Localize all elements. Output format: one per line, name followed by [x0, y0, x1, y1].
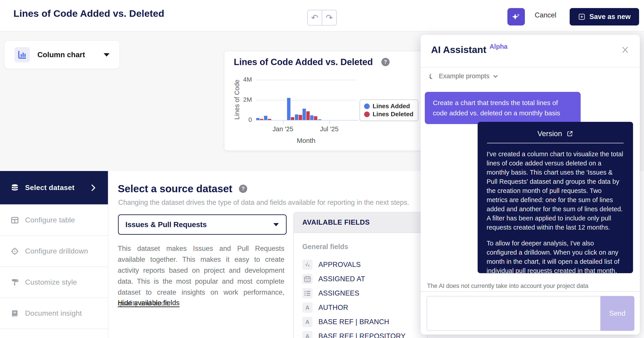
ai-panel-title: AI Assistant	[431, 44, 486, 55]
sidebar-item-label: Configure table	[25, 216, 75, 224]
ai-disclaimer: The AI does not currently take into acco…	[427, 283, 588, 290]
alpha-badge: Alpha	[490, 43, 508, 50]
save-as-new-button[interactable]: Save as new	[570, 8, 639, 25]
chart-bar[interactable]	[299, 115, 302, 120]
sidebar-item-select-dataset[interactable]: Select dataset	[0, 171, 108, 205]
legend-label: Lines Deleted	[372, 111, 413, 118]
speech-bubble-icon	[430, 73, 436, 79]
field-label: ASSIGNED AT	[318, 275, 365, 283]
chevron-right-icon	[90, 184, 96, 191]
formula-field-icon: √ₓ	[302, 260, 312, 270]
chevron-down-icon	[493, 73, 498, 79]
list-field-icon	[302, 288, 312, 298]
hide-available-fields-link[interactable]: Hide available fields	[118, 299, 180, 307]
x-axis-tick-label: Jul '25	[314, 125, 345, 133]
dataset-help-icon[interactable]: ?	[239, 185, 247, 193]
chart-preview-card: Lines of Code Added vs. Deleted ? Lines …	[224, 51, 423, 151]
text-field-icon: A	[302, 303, 312, 313]
ai-response-title: Version	[538, 129, 562, 138]
plus-square-icon	[578, 13, 585, 20]
chart-type-label: Column chart	[38, 50, 85, 59]
field-item-assignees[interactable]: ASSIGNEES	[302, 286, 427, 301]
chart-bar[interactable]	[295, 114, 298, 120]
text-field-icon: A	[302, 331, 312, 338]
section-subtitle: Changing the dataset drives the type of …	[118, 198, 409, 206]
cancel-button[interactable]: Cancel	[535, 11, 556, 19]
section-heading: Select a source dataset	[118, 183, 232, 195]
dataset-dropdown-value: Issues & Pull Requests	[126, 220, 207, 229]
field-item-base-ref-branch[interactable]: ABASE REF | BRANCH	[302, 315, 427, 329]
close-icon[interactable]	[621, 46, 630, 54]
chevron-down-icon	[274, 223, 279, 226]
undo-redo-group: ↶ ↷	[307, 10, 337, 25]
table-icon	[10, 216, 19, 224]
column-chart-icon	[14, 47, 30, 62]
field-item-base-ref-repository[interactable]: ABASE REF | REPOSITORY	[302, 329, 427, 338]
field-label: BASE REF | REPOSITORY	[318, 332, 406, 338]
example-prompts-toggle[interactable]: Example prompts	[430, 72, 498, 80]
ai-response-card: Version I've created a column chart to v…	[478, 122, 633, 273]
chart-bar[interactable]	[268, 119, 271, 120]
sidebar-item-label: Configure drilldown	[25, 247, 88, 255]
field-label: ASSIGNEES	[318, 289, 360, 297]
chart-bar[interactable]	[260, 119, 263, 120]
available-fields-panel: AVAILABLE FIELDS General fields √ₓAPPROV…	[293, 212, 428, 338]
database-icon	[10, 184, 19, 192]
y-axis-tick-label: 2M	[238, 96, 252, 103]
chart-bar[interactable]	[318, 119, 321, 120]
external-link-icon[interactable]	[566, 130, 573, 137]
sidebar-item-document-insight[interactable]: Document insight	[0, 298, 108, 329]
chart-type-selector[interactable]: Column chart	[5, 41, 119, 69]
legend-item[interactable]: Lines Deleted	[364, 111, 413, 118]
ai-response-paragraph: I've created a column chart to visualize…	[486, 150, 624, 232]
sparkle-icon	[512, 12, 521, 21]
chart-bar[interactable]	[264, 116, 267, 120]
field-item-author[interactable]: AAUTHOR	[302, 301, 427, 315]
text-field-icon: A	[302, 317, 312, 327]
field-label: APPROVALS	[318, 261, 361, 269]
y-axis-tick-label: 4M	[238, 76, 252, 83]
field-label: AUTHOR	[318, 304, 348, 312]
redo-button[interactable]: ↷	[322, 10, 337, 25]
chart-bar[interactable]	[291, 117, 294, 120]
dataset-dropdown[interactable]: Issues & Pull Requests	[118, 214, 286, 235]
chevron-down-icon	[104, 53, 110, 57]
undo-button[interactable]: ↶	[307, 10, 322, 25]
legend-dot-icon	[364, 112, 370, 117]
roller-icon	[10, 278, 19, 287]
chart-legend: Lines AddedLines Deleted	[360, 99, 418, 121]
chart-bar[interactable]	[314, 116, 317, 120]
x-axis-title: Month	[284, 137, 328, 144]
ai-message-input[interactable]	[426, 296, 600, 331]
chart-bar[interactable]	[306, 111, 310, 120]
x-axis-line	[256, 120, 358, 121]
x-axis-tick-label: Jan '25	[267, 125, 299, 133]
sidebar-item-label: Document insight	[25, 309, 82, 318]
chart-title: Lines of Code Added vs. Deleted	[234, 57, 373, 67]
sidebar-item-label: Select dataset	[25, 183, 74, 192]
send-button[interactable]: Send	[600, 296, 634, 331]
chart-bar[interactable]	[256, 118, 260, 120]
sidebar-item-configure-drilldown[interactable]: Configure drilldown	[0, 236, 108, 267]
chart-bar[interactable]	[310, 115, 314, 120]
undo-icon: ↶	[311, 13, 318, 22]
gridline	[256, 100, 356, 100]
chart-help-icon[interactable]: ?	[381, 58, 390, 66]
legend-item[interactable]: Lines Added	[364, 103, 413, 110]
sidebar-item-configure-table[interactable]: Configure table	[0, 205, 108, 236]
legend-label: Lines Added	[372, 103, 410, 110]
target-icon	[10, 247, 19, 256]
chart-bar[interactable]	[287, 98, 290, 120]
field-item-assigned-at[interactable]: ASSIGNED AT	[302, 272, 427, 286]
fields-list: √ₓAPPROVALSASSIGNED ATASSIGNEESAAUTHORAB…	[302, 258, 427, 338]
divider	[421, 67, 640, 68]
ai-assistant-panel: AI Assistant Alpha Example prompts Creat…	[420, 35, 640, 335]
book-icon	[10, 309, 19, 318]
redo-icon: ↷	[326, 13, 333, 22]
sidebar-item-customize-style[interactable]: Customize style	[0, 267, 108, 298]
calendar-field-icon	[302, 274, 312, 284]
field-item-approvals[interactable]: √ₓAPPROVALS	[302, 258, 427, 272]
page-title: Lines of Code Added vs. Deleted	[14, 8, 164, 19]
chart-bar[interactable]	[302, 109, 306, 120]
ai-assistant-button[interactable]	[508, 8, 525, 25]
